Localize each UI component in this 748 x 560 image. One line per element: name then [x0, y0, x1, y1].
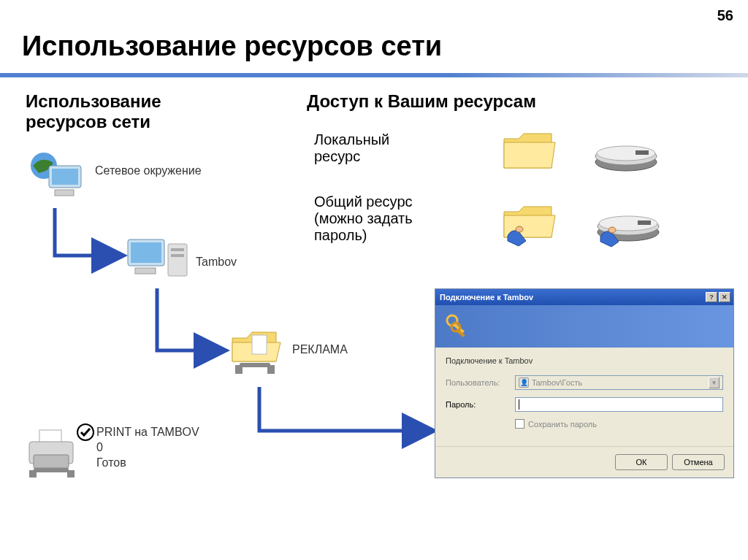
svg-rect-20: [252, 335, 267, 354]
ok-button[interactable]: ОК: [615, 454, 668, 470]
folder-local-icon: [500, 128, 559, 178]
svg-point-9: [608, 227, 616, 233]
svg-rect-21: [240, 363, 270, 367]
network-neighborhood-icon: [26, 150, 91, 207]
chevron-down-icon[interactable]: ▼: [709, 377, 720, 388]
svg-rect-27: [34, 468, 69, 472]
printer-check-icon: [77, 423, 94, 444]
user-label: Пользователь:: [446, 378, 515, 387]
page-title: Использование ресурсов сети: [22, 31, 442, 62]
close-button[interactable]: ✕: [719, 292, 730, 302]
dialog-titlebar[interactable]: Подключение к Tambov ? ✕: [435, 289, 733, 305]
computer-icon: [124, 234, 194, 288]
svg-rect-23: [267, 365, 275, 374]
svg-rect-13: [55, 190, 74, 196]
dialog-title-text: Подключение к Tambov: [440, 293, 533, 302]
network-neighborhood-label: Сетевое окружение: [95, 164, 202, 177]
svg-rect-18: [171, 248, 184, 251]
help-button[interactable]: ?: [706, 292, 717, 302]
cancel-button[interactable]: Отмена: [672, 454, 725, 470]
svg-rect-3: [636, 150, 649, 155]
disk-shared-icon: [592, 204, 665, 258]
svg-rect-15: [131, 242, 161, 263]
save-password-label: Сохранить пароль: [528, 420, 597, 429]
disk-local-icon: [592, 131, 661, 178]
text-cursor: [519, 399, 519, 410]
svg-rect-19: [171, 254, 184, 257]
dialog-banner: [435, 305, 733, 348]
page-number: 56: [717, 7, 733, 24]
text: РЕКЛАМА: [292, 343, 348, 356]
svg-rect-22: [235, 365, 243, 374]
folder-shared-icon: [500, 201, 562, 258]
svg-rect-12: [52, 169, 78, 185]
svg-rect-29: [67, 470, 75, 477]
text: Tambov: [196, 256, 237, 268]
password-label: Пароль:: [446, 400, 515, 409]
printer-name: PRINT на TAMBOV: [96, 425, 199, 440]
svg-rect-16: [135, 268, 156, 274]
svg-rect-24: [39, 430, 61, 443]
dialog-subtitle: Подключение к Tambov: [446, 356, 723, 365]
save-password-checkbox[interactable]: [515, 419, 524, 429]
shared-resource-label: Общий ресурс (можно задать пароль): [314, 193, 460, 244]
svg-rect-28: [29, 470, 37, 477]
printer-status: Готов: [96, 456, 199, 471]
svg-point-4: [516, 226, 523, 232]
keys-icon: [444, 312, 470, 339]
svg-rect-26: [34, 455, 69, 468]
computer-label: Tambov: [196, 256, 237, 269]
printer-jobs: 0: [96, 440, 199, 456]
user-value: Tambov\Гость: [532, 378, 582, 387]
password-input[interactable]: [515, 397, 723, 412]
svg-rect-8: [638, 220, 651, 225]
user-head-icon: 👤: [519, 377, 529, 388]
auth-dialog: Подключение к Tambov ? ✕ Подключение к T…: [435, 288, 734, 478]
local-resource-label: Локальный ресурс: [314, 131, 431, 165]
shared-folder-icon: [226, 325, 289, 386]
text: Сетевое окружение: [95, 164, 202, 177]
subtitle-right: Доступ к Вашим ресурсам: [307, 91, 536, 112]
printer-info: PRINT на TAMBOV 0 Готов: [96, 425, 199, 470]
subtitle-left: Использование ресурсов сети: [26, 91, 230, 132]
title-underline: [0, 73, 748, 77]
user-combo[interactable]: 👤 Tambov\Гость ▼: [515, 375, 723, 390]
shared-folder-label: РЕКЛАМА: [292, 343, 348, 356]
